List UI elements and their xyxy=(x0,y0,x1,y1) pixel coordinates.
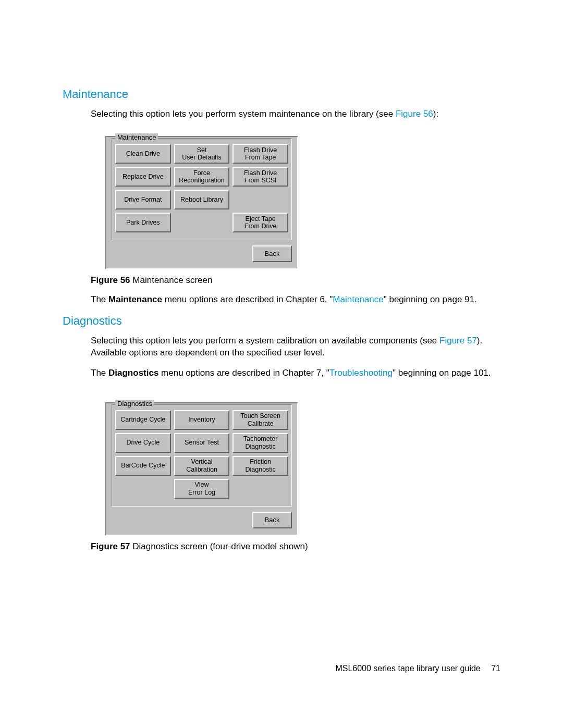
text: The xyxy=(91,294,108,304)
force-reconfig-button[interactable]: Force Reconfiguration xyxy=(174,167,230,187)
figure-caption-text: Diagnostics screen (four-drive model sho… xyxy=(130,541,308,551)
text: Selecting this option lets you perform s… xyxy=(91,109,396,119)
group-legend: Diagnostics xyxy=(115,400,154,408)
maintenance-intro: Selecting this option lets you perform s… xyxy=(63,108,500,120)
diagnostics-intro: Selecting this option lets you perform a… xyxy=(63,335,500,359)
figure-56-link[interactable]: Figure 56 xyxy=(396,109,433,119)
figure-label: Figure 56 xyxy=(91,275,130,285)
inventory-button[interactable]: Inventory xyxy=(174,410,230,430)
set-user-defaults-button[interactable]: Set User Defaults xyxy=(174,144,230,164)
sensor-test-button[interactable]: Sensor Test xyxy=(174,433,230,453)
figure-57-caption: Figure 57 Diagnostics screen (four-drive… xyxy=(63,541,500,553)
text: The xyxy=(91,368,108,378)
touch-calibrate-button[interactable]: Touch Screen Calibrate xyxy=(232,410,288,430)
diagnostics-group: Diagnostics Cartridge Cycle Inventory To… xyxy=(112,404,292,507)
maintenance-group: Maintenance Clean Drive Set User Default… xyxy=(112,138,292,240)
flash-from-tape-button[interactable]: Flash Drive From Tape xyxy=(232,144,288,164)
cartridge-cycle-button[interactable]: Cartridge Cycle xyxy=(115,410,171,430)
figure-label: Figure 57 xyxy=(91,541,130,551)
diagnostics-panel: Diagnostics Cartridge Cycle Inventory To… xyxy=(105,402,298,536)
diagnostics-description: The Diagnostics menu options are describ… xyxy=(63,367,500,379)
barcode-cycle-button[interactable]: BarCode Cycle xyxy=(115,456,171,476)
troubleshooting-chapter-link[interactable]: Troubleshooting xyxy=(329,368,393,378)
text: " beginning on page 101. xyxy=(393,368,491,378)
text: " beginning on page 91. xyxy=(384,294,477,304)
figure-56: Maintenance Clean Drive Set User Default… xyxy=(105,136,500,269)
section-heading-maintenance: Maintenance xyxy=(63,88,500,101)
drive-format-button[interactable]: Drive Format xyxy=(115,190,171,209)
figure-56-caption: Figure 56 Maintenance screen xyxy=(63,275,500,287)
view-error-log-button[interactable]: View Error Log xyxy=(174,479,230,499)
tachometer-button[interactable]: Tachometer Diagnostic xyxy=(232,433,288,453)
group-legend: Maintenance xyxy=(115,133,158,141)
figure-caption-text: Maintenance screen xyxy=(130,275,213,285)
reboot-library-button[interactable]: Reboot Library xyxy=(174,190,230,209)
maintenance-chapter-link[interactable]: Maintenance xyxy=(333,294,383,304)
drive-cycle-button[interactable]: Drive Cycle xyxy=(115,433,171,453)
text: Selecting this option lets you perform a… xyxy=(91,336,439,346)
text: menu options are described in Chapter 6,… xyxy=(162,294,333,304)
text: ): xyxy=(433,109,438,119)
footer-page-number: 71 xyxy=(483,664,500,673)
park-drives-button[interactable]: Park Drives xyxy=(115,213,171,232)
maintenance-description: The Maintenance menu options are describ… xyxy=(63,294,500,306)
term-maintenance: Maintenance xyxy=(108,294,162,304)
figure-57: Diagnostics Cartridge Cycle Inventory To… xyxy=(105,402,500,536)
eject-tape-button[interactable]: Eject Tape From Drive xyxy=(232,213,288,232)
back-button[interactable]: Back xyxy=(252,512,292,528)
flash-from-scsi-button[interactable]: Flash Drive From SCSI xyxy=(232,167,288,187)
footer-title: MSL6000 series tape library user guide xyxy=(335,664,480,673)
replace-drive-button[interactable]: Replace Drive xyxy=(115,167,171,187)
text: menu options are described in Chapter 7,… xyxy=(158,368,329,378)
section-heading-diagnostics: Diagnostics xyxy=(63,314,500,328)
back-button[interactable]: Back xyxy=(252,245,292,262)
page-footer: MSL6000 series tape library user guide 7… xyxy=(335,664,500,673)
clean-drive-button[interactable]: Clean Drive xyxy=(115,144,171,164)
maintenance-panel: Maintenance Clean Drive Set User Default… xyxy=(105,136,298,269)
friction-diagnostic-button[interactable]: Friction Diagnostic xyxy=(232,456,288,476)
figure-57-link[interactable]: Figure 57 xyxy=(439,336,477,346)
term-diagnostics: Diagnostics xyxy=(108,368,158,378)
vertical-calibration-button[interactable]: Vertical Calibration xyxy=(174,456,230,476)
page: Maintenance Selecting this option lets y… xyxy=(0,0,563,728)
